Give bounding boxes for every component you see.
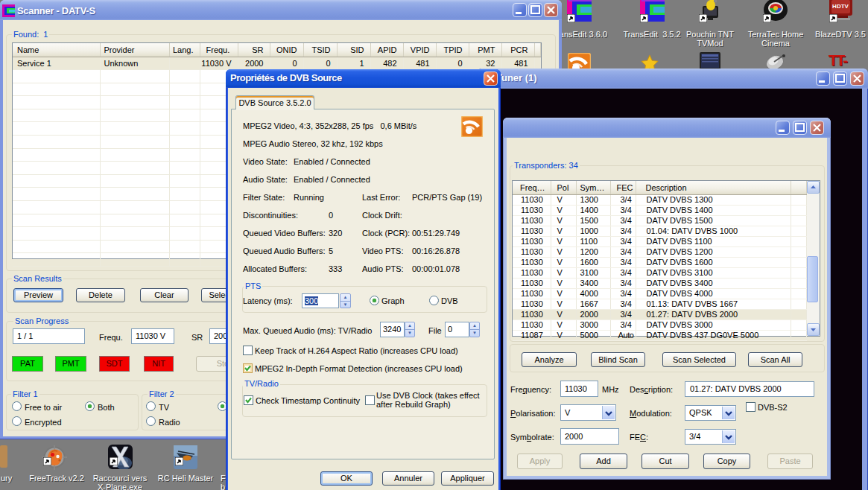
svg-text:HDTV: HDTV (832, 3, 849, 10)
